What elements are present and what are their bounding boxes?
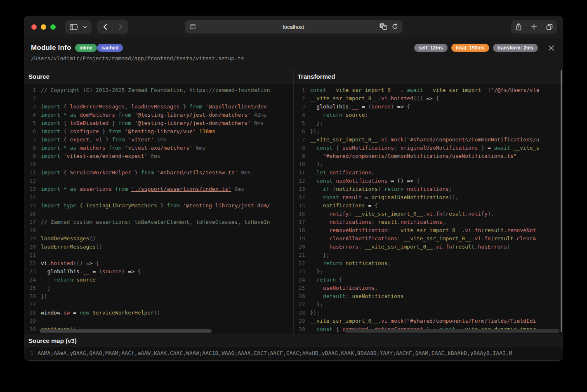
code-token: from (189, 103, 205, 110)
code-token: . (80, 268, 83, 275)
traffic-light-minimize[interactable] (41, 24, 46, 30)
line-number: 12 (24, 177, 36, 185)
code-line: 13import * as assertions from './support… (24, 185, 293, 193)
code-token: window (41, 310, 60, 316)
line-number: 2 (24, 94, 36, 103)
code-token: ( (481, 227, 484, 233)
line-number: 21 (294, 251, 305, 259)
code-line: 16 (24, 210, 293, 218)
code-token: = (362, 194, 371, 200)
code-token: { (64, 103, 70, 110)
code-token: . (387, 95, 391, 101)
sourcemap-code[interactable]: 1AAMA;AAeA,yBAAG,QAAQ,MAAM;AACf,aAAW,KAA… (24, 347, 563, 360)
code-token: hoisted (50, 260, 73, 266)
code-token: globalThis (41, 268, 80, 275)
line-number: 23 (294, 268, 305, 276)
code-token: = (488, 145, 494, 151)
code-line: 4import * as domMatchers from '@testing-… (24, 111, 293, 119)
code-line: 12 const useNotifications = () => { (294, 177, 563, 185)
code-token: from (118, 120, 134, 126)
line-number: 28 (294, 309, 305, 317)
code-token: ServiceWorkerHelper (70, 169, 131, 176)
translate-icon[interactable]: A (379, 23, 387, 30)
code-token: 'vitest-axe/extend-expect' (64, 153, 148, 159)
code-token: matchers (80, 145, 106, 151)
code-token: ) (122, 268, 125, 275)
code-token: notifications (310, 202, 365, 209)
back-button[interactable] (97, 20, 113, 34)
close-button[interactable] (548, 45, 554, 51)
line-number: 19 (294, 235, 305, 243)
traffic-light-zoom[interactable] (50, 24, 56, 30)
code-token: const (310, 326, 336, 332)
code-token: vi (381, 95, 388, 101)
sidebar-toggle-button[interactable] (65, 20, 92, 34)
line-number: 9 (294, 152, 305, 160)
code-token: '@testing-library/jest-dom/matchers' (134, 120, 251, 126)
code-token: { (339, 277, 342, 283)
code-token: ( (332, 186, 336, 192)
code-token: . (378, 136, 381, 143)
chevron-right-icon (119, 23, 123, 30)
address-bar[interactable]: localhost A (185, 20, 402, 34)
close-icon (548, 45, 554, 51)
code-token: : (394, 145, 401, 151)
code-line: 18 removeNotification: __vite_ssr_import… (294, 226, 563, 235)
code-line: 3 globalThis.__ = (source) => { (294, 103, 563, 111)
plus-icon (531, 24, 537, 30)
code-token: let (310, 169, 330, 176)
line-number: 20 (24, 243, 36, 251)
code-line: 21 (24, 251, 293, 259)
code-token: 6ms (193, 145, 205, 151)
code-token: 42ms (251, 112, 267, 118)
forward-button[interactable] (113, 20, 128, 34)
code-token: { (64, 136, 70, 143)
transformed-code[interactable]: 1const __vite_ssr_import_0__ = await __v… (294, 84, 563, 334)
code-token: domMatchers (80, 112, 115, 118)
code-line: 24 return source (24, 276, 293, 284)
module-info-header: Module Info inlinecached self: 12mstotal… (24, 38, 563, 69)
code-token: '#shared/utils/testSw.ts' (157, 169, 238, 176)
code-line: 17 notifications: result.notifications, (294, 218, 563, 226)
share-button[interactable] (511, 20, 526, 34)
line-number: 23 (24, 268, 36, 276)
code-token: ServiceWorkerHelper (92, 310, 154, 316)
code-token: ( (452, 244, 455, 250)
code-token: removeNotification (310, 227, 388, 233)
code-token: "#shared/components/CommonNotifications/… (407, 136, 539, 143)
code-line: 22vi.hoisted(() => { (24, 259, 293, 268)
code-line: 22 return notifications; (294, 259, 563, 268)
tab-overview-button[interactable] (542, 20, 557, 34)
line-number: 6 (24, 127, 36, 136)
traffic-light-close[interactable] (31, 24, 37, 30)
code-token: originalUseNotifications (401, 145, 478, 151)
source-horizontal-scrollbar[interactable] (40, 329, 212, 333)
code-panels: Source 1// Copyright (C) 2012-2025 Zamma… (24, 69, 563, 334)
timing-pill-transform: transform: 2ms (493, 44, 538, 52)
vertical-scrollbar[interactable] (561, 70, 562, 332)
code-token: source (102, 268, 122, 275)
module-import-link[interactable]: './support/assertions/index.ts' (131, 186, 231, 192)
code-token: . (433, 244, 436, 250)
line-number: 21 (24, 251, 36, 259)
line-number: 25 (24, 284, 36, 292)
chevron-left-icon (103, 23, 107, 30)
code-token: // Zammad custom assertions: toBeAvatarE… (41, 219, 270, 225)
reload-icon[interactable] (391, 23, 398, 30)
code-line: 28window.sw = new ServiceWorkerHelper() (24, 309, 293, 317)
source-code[interactable]: 1// Copyright (C) 2012-2025 Zammad Found… (24, 84, 293, 334)
code-token: . (387, 318, 391, 324)
code-token: 0ms (238, 169, 250, 176)
code-token: notifications (310, 219, 372, 225)
transformed-horizontal-scrollbar[interactable] (345, 329, 560, 333)
code-token: result (378, 219, 397, 225)
code-token: , (125, 103, 132, 110)
line-number: 27 (24, 300, 36, 309)
code-token: hasErrors (310, 244, 358, 250)
code-token: result (342, 194, 362, 200)
code-token: . (471, 235, 475, 242)
code-token: . (378, 95, 381, 101)
badge-inline: inline (75, 44, 97, 52)
new-tab-button[interactable] (526, 20, 542, 34)
code-token: result (484, 227, 504, 233)
